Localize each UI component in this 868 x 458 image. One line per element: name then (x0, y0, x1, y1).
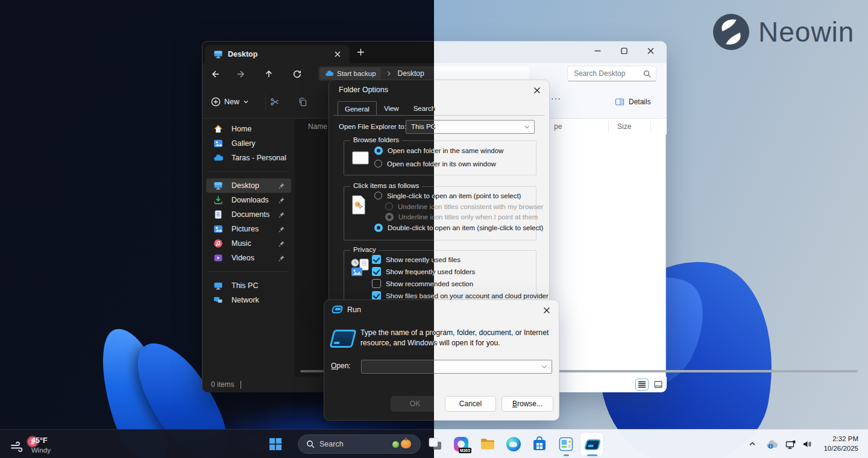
edge-icon[interactable] (506, 436, 521, 452)
sidebar-item-label: Desktop (231, 181, 259, 190)
privacy-legend: Privacy (350, 246, 379, 253)
new-button-label: New (224, 98, 239, 106)
clock-date: 10/26/2025 (823, 444, 858, 453)
taskbar-clock[interactable]: 2:32 PM 10/26/2025 (823, 434, 858, 453)
sidebar-item-pictures[interactable]: Pictures (206, 222, 291, 236)
start-button[interactable] (269, 438, 282, 451)
sidebar-item-music[interactable]: Music (206, 236, 291, 251)
videos-icon (213, 253, 223, 263)
microsoft-store-icon[interactable] (532, 436, 547, 452)
chevron-down-icon (243, 99, 249, 105)
run-close-icon[interactable] (543, 307, 550, 314)
sidebar-item-desktop[interactable]: Desktop (206, 178, 291, 193)
network-tray-icon[interactable] (785, 440, 796, 450)
up-icon[interactable] (264, 69, 274, 79)
taskbar-search[interactable]: Search (298, 434, 421, 454)
sidebar-item-label: Gallery (231, 139, 256, 148)
run-title-icon (332, 306, 342, 313)
back-icon[interactable] (211, 69, 221, 79)
sidebar-item-documents[interactable]: Documents (206, 207, 291, 222)
browse-label: Browse... (512, 400, 542, 408)
new-tab-button[interactable] (357, 48, 365, 56)
forward-icon[interactable] (236, 69, 245, 79)
explorer-tab-desktop[interactable]: Desktop (205, 45, 350, 63)
tab-view[interactable]: View (377, 101, 406, 115)
sidebar-item-network[interactable]: Network (206, 293, 291, 307)
column-separator[interactable] (650, 121, 651, 132)
search-icon (643, 70, 651, 78)
onedrive-cloud-icon (325, 69, 333, 78)
close-button[interactable] (643, 44, 658, 57)
chevron-down-icon[interactable] (541, 365, 547, 369)
sidebar-item-gallery[interactable]: Gallery (206, 136, 291, 151)
this-pc-icon (213, 281, 223, 290)
onedrive-tray-icon[interactable] (766, 439, 778, 449)
tab-close-icon[interactable] (334, 51, 341, 58)
explorer-search-box[interactable] (567, 66, 656, 81)
checkbox-checked (372, 291, 381, 300)
sidebar-item-label: This PC (231, 281, 258, 290)
more-options-icon[interactable]: ··· (551, 93, 561, 103)
search-icon (306, 440, 315, 448)
minimize-button[interactable] (590, 44, 605, 57)
pin-icon (278, 212, 285, 218)
file-explorer-icon[interactable] (480, 436, 495, 452)
open-to-value: This PC (411, 123, 436, 130)
copilot-m365-icon[interactable]: M365 (453, 436, 469, 452)
desktop-tab-icon (213, 49, 223, 59)
copy-icon[interactable] (298, 97, 307, 107)
tab-general[interactable]: General (338, 101, 377, 116)
checkbox-checked (372, 255, 381, 264)
tab-title: Desktop (228, 50, 257, 58)
weather-temp: 45°F (31, 436, 48, 445)
network-icon (213, 295, 223, 305)
search-label: Search (319, 440, 344, 448)
new-button[interactable]: New (211, 93, 249, 110)
run-app-active-plate[interactable] (580, 432, 604, 456)
toolbar-divider (265, 94, 266, 110)
run-icon (332, 330, 354, 348)
column-size[interactable]: Size (617, 122, 631, 131)
clock-time: 2:32 PM (823, 434, 858, 444)
breadcrumb-desktop[interactable]: Desktop (398, 69, 424, 78)
maximize-button[interactable] (617, 44, 631, 57)
weather-widget[interactable]: 2 45°F Windy (8, 433, 117, 455)
neowin-logo-mark (712, 13, 750, 51)
cut-icon[interactable] (270, 97, 280, 107)
column-name[interactable]: Name (308, 122, 327, 131)
start-backup-chip[interactable]: Start backup (320, 67, 381, 80)
folder-options-tabs: General View Search (338, 99, 442, 115)
radio-selected (374, 224, 383, 232)
sidebar-item-this-pc[interactable]: This PC (206, 278, 291, 293)
privacy-icon (349, 258, 371, 277)
sidebar-item-onedrive[interactable]: Taras - Personal (206, 151, 291, 165)
cancel-button[interactable]: Cancel (445, 396, 496, 412)
volume-tray-icon[interactable] (802, 439, 812, 449)
list-view-toggle-icon[interactable] (635, 378, 649, 391)
refresh-icon[interactable] (292, 69, 302, 79)
browse-button[interactable]: Browse... (502, 396, 553, 412)
column-type-fragment[interactable]: pe (554, 122, 562, 131)
sidebar-divider (209, 171, 289, 172)
downloads-icon (213, 195, 223, 205)
apple-doodle-icon (392, 441, 399, 448)
active-indicator (587, 454, 597, 456)
folder-options-close-icon[interactable] (533, 87, 541, 94)
ok-button[interactable]: OK (391, 396, 439, 412)
cancel-label: Cancel (459, 400, 482, 408)
column-separator[interactable] (608, 121, 609, 132)
sidebar-item-home[interactable]: Home (206, 122, 291, 136)
click-items-icon (351, 195, 366, 215)
sidebar-item-downloads[interactable]: Downloads (206, 193, 291, 207)
details-label: Details (629, 98, 651, 106)
tray-chevron-up-icon[interactable] (749, 441, 756, 448)
pictures-icon (213, 224, 223, 234)
photos-icon[interactable] (558, 436, 574, 452)
tiles-view-toggle-icon[interactable] (652, 378, 665, 391)
sidebar-item-videos[interactable]: Videos (206, 251, 291, 265)
wind-icon (10, 439, 25, 454)
details-view-button[interactable]: Details (615, 95, 651, 109)
plus-circle-icon (211, 97, 221, 107)
sidebar-divider (209, 271, 289, 272)
details-pane-icon (615, 97, 624, 107)
